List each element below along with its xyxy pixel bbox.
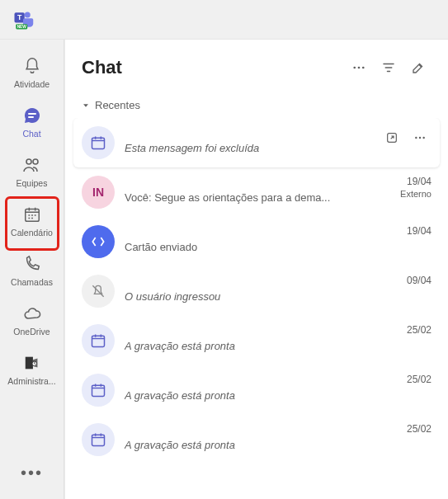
chat-title bbox=[125, 176, 390, 190]
chat-title bbox=[125, 423, 397, 437]
svg-point-10 bbox=[353, 67, 356, 69]
chat-preview: A gravação está pronta bbox=[125, 340, 397, 352]
rail-item-teams[interactable]: Equipes bbox=[3, 147, 61, 193]
rail-item-admin[interactable]: Administra... bbox=[3, 345, 61, 391]
svg-point-15 bbox=[415, 137, 417, 139]
svg-point-17 bbox=[422, 137, 424, 139]
admin-icon bbox=[21, 351, 44, 374]
svg-point-16 bbox=[419, 137, 421, 139]
svg-text:NEW: NEW bbox=[17, 25, 27, 29]
filter-button[interactable] bbox=[375, 54, 402, 81]
chat-more-button[interactable] bbox=[408, 126, 431, 149]
chat-meta: 25/02 bbox=[407, 423, 431, 435]
recent-label: Recentes bbox=[95, 99, 140, 111]
chat-body: A gravação está pronta bbox=[125, 374, 397, 402]
panel-header: Chat bbox=[65, 40, 448, 92]
people-icon bbox=[21, 153, 44, 177]
chat-date: 25/02 bbox=[407, 423, 431, 435]
chat-preview: A gravação está pronta bbox=[125, 389, 397, 402]
titlebar: T NEW bbox=[0, 0, 448, 40]
rail-item-onedrive[interactable]: OneDrive bbox=[3, 295, 61, 341]
svg-point-12 bbox=[362, 67, 365, 69]
svg-rect-19 bbox=[92, 385, 105, 396]
chat-preview: Esta mensagem foi excluída bbox=[125, 142, 370, 154]
calendar-avatar-icon bbox=[82, 324, 115, 357]
avatar: IN bbox=[82, 176, 115, 209]
calendar-icon bbox=[21, 203, 44, 226]
chat-preview: O usuário ingressou bbox=[125, 290, 397, 303]
rail-item-calls[interactable]: Chamadas bbox=[3, 246, 61, 292]
chat-title bbox=[125, 225, 397, 239]
muted-avatar-icon bbox=[82, 275, 115, 308]
main: Atividade Chat Equipes Calendário Chamad bbox=[0, 40, 448, 499]
chat-date: 25/02 bbox=[407, 324, 431, 336]
chat-body: Você: Segue as orientações para a dema..… bbox=[125, 176, 390, 204]
rail-item-chat[interactable]: Chat bbox=[3, 97, 61, 144]
cloud-icon bbox=[21, 302, 44, 325]
phone-icon bbox=[21, 252, 44, 275]
bot-avatar-icon bbox=[82, 225, 115, 258]
chat-body: Cartão enviado bbox=[125, 225, 397, 253]
rail-label: OneDrive bbox=[13, 327, 50, 337]
chat-date: 09/04 bbox=[407, 275, 431, 286]
chat-item[interactable]: Esta mensagem foi excluída bbox=[73, 118, 440, 167]
svg-text:T: T bbox=[17, 13, 22, 21]
svg-rect-8 bbox=[25, 357, 32, 370]
rail-label: Chat bbox=[22, 129, 40, 139]
chat-body: O usuário ingressou bbox=[125, 275, 397, 303]
chat-icon bbox=[21, 104, 44, 127]
svg-point-2 bbox=[25, 12, 31, 17]
chat-title bbox=[125, 126, 370, 140]
chat-item[interactable]: O usuário ingressou 09/04 bbox=[73, 266, 440, 316]
rail-label: Equipes bbox=[17, 178, 48, 188]
rail-label: Calendário bbox=[11, 228, 53, 238]
header-more-button[interactable] bbox=[346, 54, 372, 81]
chat-title bbox=[125, 324, 397, 338]
chat-actions bbox=[380, 126, 431, 149]
bell-icon bbox=[21, 54, 44, 78]
svg-point-6 bbox=[33, 159, 38, 164]
chat-title bbox=[125, 275, 397, 289]
chat-item[interactable]: Cartão enviado 19/04 bbox=[73, 217, 440, 266]
chat-body: Esta mensagem foi excluída bbox=[125, 126, 370, 154]
chevron-down-icon bbox=[82, 101, 90, 110]
chat-body: A gravação está pronta bbox=[125, 423, 397, 451]
rail-more-button[interactable]: ••• bbox=[16, 456, 49, 489]
chat-item[interactable]: A gravação está pronta 25/02 bbox=[73, 316, 440, 365]
chat-body: A gravação está pronta bbox=[125, 324, 397, 352]
chat-meta: 25/02 bbox=[407, 324, 431, 336]
chat-meta: 09/04 bbox=[407, 275, 431, 286]
svg-rect-18 bbox=[92, 336, 105, 346]
chat-preview: A gravação está pronta bbox=[125, 439, 397, 451]
app-rail: Atividade Chat Equipes Calendário Chamad bbox=[0, 40, 64, 499]
rail-label: Chamadas bbox=[11, 277, 53, 287]
chat-item[interactable]: IN Você: Segue as orientações para a dem… bbox=[73, 167, 440, 217]
svg-rect-13 bbox=[92, 138, 105, 148]
rail-label: Administra... bbox=[7, 376, 55, 386]
compose-button[interactable] bbox=[405, 54, 431, 81]
chat-meta: 19/04 Externo bbox=[400, 176, 431, 199]
chat-meta: 25/02 bbox=[407, 374, 431, 385]
chat-title bbox=[125, 374, 397, 388]
chat-tag: Externo bbox=[400, 189, 431, 199]
chat-preview: Você: Segue as orientações para a dema..… bbox=[125, 191, 390, 204]
calendar-avatar-icon bbox=[82, 423, 115, 456]
rail-item-activity[interactable]: Atividade bbox=[3, 48, 61, 94]
panel-title: Chat bbox=[82, 57, 342, 78]
open-chat-button[interactable] bbox=[380, 126, 403, 149]
teams-logo-icon: T NEW bbox=[12, 8, 35, 31]
recent-section-toggle[interactable]: Recentes bbox=[65, 92, 448, 118]
chat-item[interactable]: A gravação está pronta 25/02 bbox=[73, 365, 440, 415]
chat-item[interactable]: A gravação está pronta 25/02 bbox=[73, 415, 440, 464]
rail-label: Atividade bbox=[14, 79, 50, 89]
svg-point-11 bbox=[358, 67, 361, 69]
chat-list: Esta mensagem foi excluída IN Você: Segu… bbox=[65, 118, 448, 499]
calendar-avatar-icon bbox=[82, 126, 115, 159]
chat-date: 19/04 bbox=[407, 225, 431, 237]
chat-preview: Cartão enviado bbox=[125, 241, 397, 253]
chat-date: 25/02 bbox=[407, 374, 431, 385]
rail-item-calendar[interactable]: Calendário bbox=[3, 196, 61, 242]
chat-date: 19/04 bbox=[407, 176, 431, 187]
svg-rect-20 bbox=[92, 435, 105, 445]
chat-panel: Chat Recentes bbox=[64, 40, 448, 499]
